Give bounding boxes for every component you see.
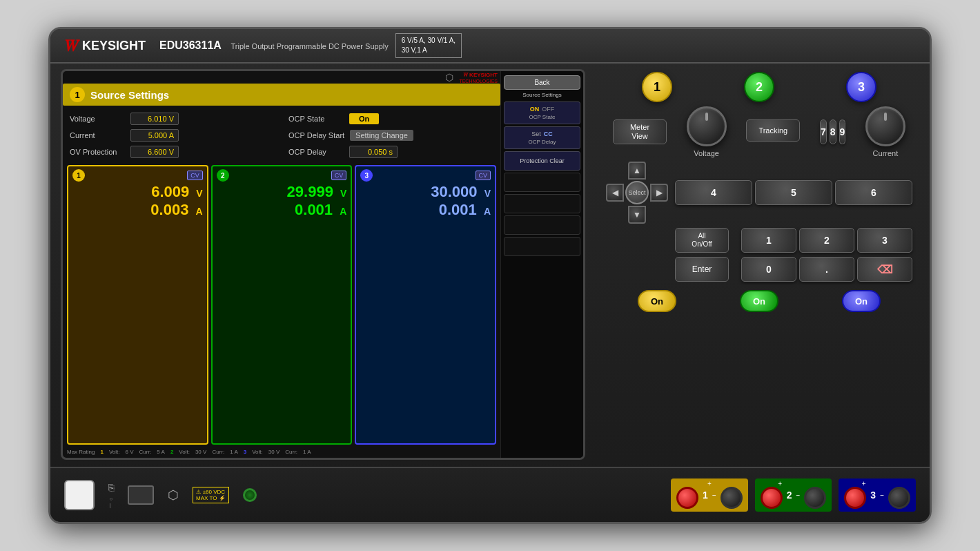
usb-symbol-bottom: ⬡ <box>168 487 179 503</box>
io-labels: ○| <box>110 496 113 508</box>
ocp-delay-start-value[interactable]: Setting Change <box>350 130 413 141</box>
ocp-delay-start-row: OCP Delay Start Setting Change <box>288 129 493 142</box>
ch3-select-button[interactable]: 3 <box>846 72 876 102</box>
ch1-minus-label: − <box>712 492 716 499</box>
power-button[interactable] <box>64 480 95 510</box>
nav-up-button[interactable]: ▲ <box>628 162 646 180</box>
key-6[interactable]: 6 <box>835 180 912 205</box>
ch1-negative-terminal[interactable] <box>721 487 743 509</box>
on-buttons-row: On On On <box>599 286 919 315</box>
key-2[interactable]: 2 <box>799 228 854 253</box>
key-5[interactable]: 5 <box>755 180 832 205</box>
select-button[interactable]: Select <box>625 181 649 204</box>
ch3-on-button[interactable]: On <box>842 290 881 312</box>
ch3-negative-terminal[interactable] <box>888 487 910 509</box>
voltage-knob-label: Voltage <box>694 149 719 157</box>
channel-displays: 1 CV 6.009 V 0.003 A <box>63 161 500 446</box>
ocp-delay-label: OCP Delay <box>288 148 344 156</box>
nav-keypad-row: ▲ ◀ Select ▶ ▼ 4 5 6 <box>599 162 919 224</box>
key-8[interactable]: 8 <box>830 119 836 144</box>
sidebar-source-label: Source Settings <box>504 92 580 98</box>
ch2-voltage: 29.999 V <box>217 183 347 201</box>
ocp-cc-label: CC <box>544 130 553 137</box>
max-rating-bar: Max Rating 1 Volt: 6 V Curr: 5 A 2 Volt:… <box>63 446 500 458</box>
nav-pad: ▲ ◀ Select ▶ ▼ <box>606 162 668 224</box>
ch2-on-button[interactable]: On <box>740 290 778 312</box>
channel-1-display: 1 CV 6.009 V 0.003 A <box>67 165 208 445</box>
key-4[interactable]: 4 <box>675 180 752 205</box>
terminals-section: + 1 − + 2 − + 3 − <box>271 478 916 512</box>
usb-a-port[interactable] <box>128 485 154 505</box>
ch2-positive-terminal[interactable] <box>761 487 783 509</box>
screen-tech: TECHNOLOGIES <box>459 79 498 84</box>
enter-button[interactable]: Enter <box>675 257 729 282</box>
model-info: EDU36311A Triple Output Programmable DC … <box>159 39 389 52</box>
sidebar-btn-empty-1[interactable] <box>504 173 580 192</box>
key-1[interactable]: 1 <box>741 228 796 253</box>
sidebar-btn-empty-4[interactable] <box>504 237 580 256</box>
main-screen: ⬡ 𝑊 KEYSIGHT TECHNOLOGIES 1 Source Setti… <box>61 69 585 460</box>
ch2-select-button[interactable]: 2 <box>744 72 774 102</box>
key-0[interactable]: 0 <box>741 257 796 282</box>
ov-value[interactable]: 6.600 V <box>130 146 179 158</box>
settings-grid: Voltage 6.010 V OCP State On Current 5.0… <box>63 110 500 161</box>
meter-view-button[interactable]: Meter View <box>613 119 667 144</box>
key-9[interactable]: 9 <box>839 119 846 144</box>
ch2-terminal-num: 2 <box>787 490 792 501</box>
voltage-knob[interactable] <box>687 106 727 146</box>
ocp-off-label: OFF <box>542 106 554 113</box>
voltage-row: Voltage 6.010 V <box>70 113 275 125</box>
ch1-on-button[interactable]: On <box>638 290 676 312</box>
logo-icon: 𝑊 <box>64 36 78 55</box>
ocp-delay-sidebar-label: OCP Delay <box>507 139 577 145</box>
ch1-plus-label: + <box>707 480 712 487</box>
network-icon: ⎘ <box>108 482 114 493</box>
spec-line1: 6 V/5 A, 30 V/1 A, <box>402 36 455 46</box>
ch1-positive-terminal[interactable] <box>676 487 698 509</box>
current-value[interactable]: 5.000 A <box>130 129 179 142</box>
ch1-select-button[interactable]: 1 <box>642 72 672 102</box>
nav-right-button[interactable]: ▶ <box>650 184 668 202</box>
nav-down-button[interactable]: ▼ <box>628 206 646 224</box>
ocp-delay-row: OCP Delay 0.050 s <box>288 146 493 158</box>
nav-left-button[interactable]: ◀ <box>606 184 624 202</box>
ch1-terminals: + 1 − <box>671 478 748 512</box>
key-3[interactable]: 3 <box>857 228 912 253</box>
ocp-delay-value[interactable]: 0.050 s <box>349 146 398 158</box>
ch3-positive-terminal[interactable] <box>844 487 866 509</box>
screen-brand: 𝑊 KEYSIGHT <box>459 72 498 79</box>
ov-protection-row: OV Protection 6.600 V <box>70 146 275 158</box>
voltage-value[interactable]: 6.010 V <box>130 113 179 125</box>
ocp-state-row: OCP State On <box>288 113 493 125</box>
current-row: Current 5.000 A <box>70 129 275 142</box>
model-desc: Triple Output Programmable DC Power Supp… <box>231 42 388 50</box>
ch2-plus-label: + <box>778 480 782 487</box>
current-knob[interactable] <box>865 106 905 146</box>
tracking-group: Tracking <box>746 119 800 144</box>
ov-label: OV Protection <box>70 148 125 156</box>
specs-box: 6 V/5 A, 30 V/1 A, 30 V,1 A <box>395 33 462 58</box>
ocp-state-btn[interactable]: ON OFF OCP State <box>504 102 580 124</box>
key-backspace[interactable]: ⌫ <box>857 257 912 282</box>
ch2-negative-terminal[interactable] <box>804 487 826 509</box>
key-dot[interactable]: . <box>799 257 854 282</box>
tracking-button[interactable]: Tracking <box>746 119 800 142</box>
channel-buttons-row: 1 2 3 <box>599 69 919 102</box>
all-on-off-button[interactable]: All On/Off <box>675 228 729 253</box>
ocp-state-value[interactable]: On <box>349 113 379 124</box>
ch3-badge: 3 <box>360 169 373 182</box>
sidebar-btn-empty-2[interactable] <box>504 194 580 213</box>
current-knob-label: Current <box>873 149 899 157</box>
key-7[interactable]: 7 <box>820 119 827 144</box>
back-button[interactable]: Back <box>504 75 580 90</box>
sidebar-btn-empty-3[interactable] <box>504 215 580 235</box>
audio-jack[interactable] <box>243 488 257 502</box>
ocp-delay-btn[interactable]: Set CC OCP Delay <box>504 126 580 149</box>
brand-logo: 𝑊 KEYSIGHT <box>64 36 146 55</box>
ch3-mode: CV <box>476 171 491 180</box>
protection-clear-btn[interactable]: Protection Clear <box>504 151 580 171</box>
ch1-terminal-num: 1 <box>703 490 708 501</box>
usb-icon: ⬡ <box>445 72 453 83</box>
current-knob-group: Current <box>865 106 905 157</box>
ch3-current: 0.001 A <box>360 201 491 219</box>
